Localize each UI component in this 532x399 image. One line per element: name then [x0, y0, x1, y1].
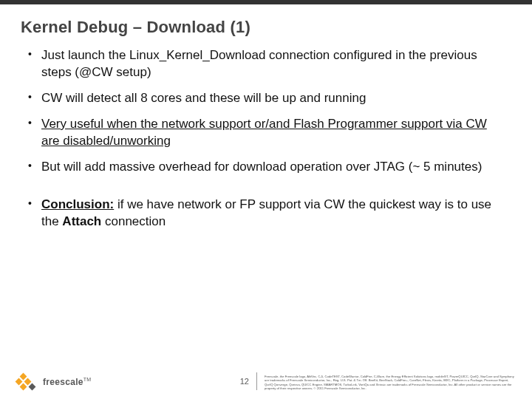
page-area: 12 Freescale, the Freescale logo, AltiVe…: [240, 372, 516, 390]
bullet-label: Conclusion:: [41, 197, 114, 211]
list-item: Just launch the Linux_Kernel_Download co…: [28, 47, 504, 81]
list-item: CW will detect all 8 cores and these wil…: [28, 90, 504, 107]
bullet-text: connection: [101, 214, 166, 228]
logo: freescaleTM: [16, 374, 91, 390]
bullet-text: CW will detect all 8 cores and these wil…: [41, 91, 366, 105]
logo-name: freescale: [43, 377, 83, 387]
trademark: TM: [83, 377, 92, 382]
slide-body: Just launch the Linux_Kernel_Download co…: [0, 47, 532, 231]
footer: freescaleTM 12 Freescale, the Freescale …: [16, 372, 516, 390]
bullet-list: Just launch the Linux_Kernel_Download co…: [28, 47, 504, 231]
bullet-text: Just launch the Linux_Kernel_Download co…: [41, 48, 477, 79]
bullet-text: But will add massive overhead for downlo…: [41, 160, 482, 174]
freescale-logo-icon: [16, 374, 38, 390]
bullet-emphasis: Attach: [62, 214, 101, 228]
page-title: Kernel Debug – Download (1): [0, 4, 532, 47]
page-number: 12: [240, 372, 257, 390]
logo-text: freescaleTM: [43, 377, 91, 387]
list-item: Conclusion: if we have network or FP sup…: [28, 197, 504, 231]
list-item: But will add massive overhead for downlo…: [28, 159, 504, 176]
legal-text: Freescale, the Freescale logo, AltiVec, …: [265, 375, 516, 390]
list-item: Very useful when the network support or/…: [28, 116, 504, 150]
slide: Kernel Debug – Download (1) Just launch …: [0, 0, 532, 399]
bullet-text: Very useful when the network support or/…: [41, 117, 487, 148]
